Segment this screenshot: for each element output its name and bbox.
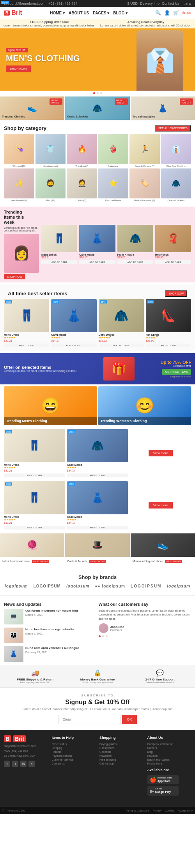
- category-item[interactable]: ⭐ Featured Items: [98, 168, 129, 202]
- footer-about-item[interactable]: Find a Store: [147, 762, 191, 765]
- see-all-categories-button[interactable]: SEE ALL CATEGORIES: [155, 125, 191, 132]
- footer-help-item[interactable]: Returns: [52, 751, 96, 753]
- add-to-cart-button[interactable]: ADD TO CART: [41, 260, 77, 264]
- bottom-banner-latest[interactable]: 🧶: [0, 533, 64, 557]
- category-item[interactable]: 🧔 Men (17): [35, 168, 66, 202]
- hero-shop-now-button[interactable]: SHOP NOW: [6, 66, 31, 72]
- twitter-icon[interactable]: t: [12, 761, 18, 767]
- add-to-cart-button[interactable]: ADD TO CART: [67, 473, 128, 477]
- testimonial-dot-1[interactable]: [99, 635, 101, 637]
- search-icon[interactable]: 🔍: [155, 10, 161, 16]
- brand-logo-2[interactable]: LOGOIPSUM: [34, 584, 61, 588]
- category-item[interactable]: 🏷️ Deal of the week (2): [129, 168, 160, 202]
- footer-help-item[interactable]: Contact us: [52, 762, 96, 765]
- category-item[interactable]: 🔥 Trending (4): [67, 134, 97, 167]
- testimonial-dot-3[interactable]: [106, 635, 108, 637]
- add-to-cart-button[interactable]: ADD TO CART: [4, 344, 49, 347]
- womens-product-image[interactable]: 👗 20%: [67, 481, 128, 514]
- footer-help-item[interactable]: Customer Service: [52, 758, 96, 761]
- trending-shop-now-button[interactable]: SHOP NOW: [4, 274, 25, 279]
- footer-help-item[interactable]: Order status: [52, 743, 96, 745]
- add-to-cart-button[interactable]: ADD TO CART: [67, 526, 128, 530]
- nav-about[interactable]: ABOUT US: [69, 11, 89, 15]
- sub-banner-coats[interactable]: 🧥 Coats & Jackets UP TO75% OFF: [65, 96, 129, 120]
- cart-icon[interactable]: 🛒: [173, 10, 179, 16]
- category-item[interactable]: 👔 Plus Size Clothing: [161, 134, 191, 167]
- footer-about-item[interactable]: Equity and Access: [147, 758, 191, 761]
- nav-blog[interactable]: BLOG ▾: [113, 11, 128, 15]
- cookies-link[interactable]: Cookies: [165, 809, 175, 812]
- footer-help-item[interactable]: Shipping: [52, 747, 96, 749]
- trending-mens-banner[interactable]: 😄 Trending Men's Clothing: [4, 386, 97, 425]
- trending-womens-banner[interactable]: 😊 Trending Women's Clothing: [98, 386, 191, 425]
- newsletter-submit-button[interactable]: OK: [122, 715, 136, 724]
- testimonial-dot-2[interactable]: [102, 635, 104, 637]
- category-item[interactable]: 👕 Uncategorized: [35, 134, 66, 167]
- product-image[interactable]: 👖: [41, 225, 77, 252]
- mens-product-image[interactable]: 🧥 20%: [67, 429, 128, 462]
- nav-pages[interactable]: PAGES ▾: [93, 11, 109, 15]
- footer-about-item[interactable]: Reviews: [147, 754, 191, 757]
- category-item[interactable]: 🤵 Suits (7): [67, 168, 97, 202]
- add-to-cart-button[interactable]: ADD TO CART: [155, 260, 191, 264]
- bestseller-image[interactable]: 👖 25%: [4, 299, 49, 332]
- app-store-button[interactable]: 🍎 Download on the App Store: [147, 775, 179, 785]
- product-image[interactable]: 👗: [79, 225, 115, 252]
- dot-1[interactable]: [93, 92, 95, 94]
- add-to-cart-button[interactable]: ADD TO CART: [99, 344, 144, 347]
- account-icon[interactable]: 👤: [164, 10, 170, 16]
- dot-2[interactable]: [97, 92, 99, 94]
- add-to-cart-button[interactable]: ADD TO CART: [79, 260, 115, 264]
- add-to-cart-button[interactable]: ADD TO CART: [4, 526, 65, 530]
- news-image[interactable]: 💻: [4, 609, 23, 624]
- category-item[interactable]: 🏃 Sport & Fitness (7): [129, 134, 160, 167]
- accessibility-link[interactable]: Accessibility: [178, 809, 193, 812]
- bottom-banner-coats[interactable]: 🎩: [65, 533, 129, 557]
- pinterest-icon[interactable]: p: [28, 761, 35, 767]
- footer-help-item[interactable]: Payment options: [52, 754, 96, 757]
- footer-shopping-item[interactable]: Gift cards: [99, 751, 144, 753]
- sub-banner-top-selling[interactable]: 👗 Top selling styles UP TO70% OFF: [131, 96, 195, 120]
- footer-shopping-item[interactable]: Newsletter: [99, 754, 144, 757]
- dot-3[interactable]: [100, 92, 102, 94]
- footer-about-item[interactable]: Blog: [147, 751, 191, 753]
- add-to-cart-button[interactable]: ADD TO CART: [146, 344, 191, 347]
- facebook-icon[interactable]: f: [4, 761, 10, 767]
- category-item[interactable]: 👙 Swimwear: [98, 134, 129, 167]
- footer-about-item[interactable]: Careers: [147, 747, 191, 749]
- mens-product-image[interactable]: 👖 25%: [4, 429, 65, 462]
- get-free-items-button[interactable]: GET FREE ITEMS: [162, 369, 191, 375]
- brand-logo-4[interactable]: ●● logoipsum: [95, 584, 125, 588]
- category-item[interactable]: ✨ New Arrivals (6): [4, 168, 34, 202]
- logo[interactable]: B Brit: [4, 9, 22, 16]
- bestseller-image[interactable]: 👗 20%: [51, 299, 96, 332]
- privacy-link[interactable]: Privacy: [153, 809, 162, 812]
- google-play-button[interactable]: ▶ Get it on Google Play: [147, 786, 179, 796]
- news-image[interactable]: 👗: [4, 646, 23, 662]
- brand-logo-1[interactable]: logoipsum: [5, 584, 28, 588]
- add-to-cart-button[interactable]: ADD TO CART: [51, 344, 96, 347]
- footer-shopping-item[interactable]: Gift services: [99, 747, 144, 749]
- bottom-banner-mens-shoes[interactable]: 👟: [131, 533, 195, 557]
- footer-shopping-item[interactable]: Free shipping: [99, 758, 144, 761]
- product-image[interactable]: 🧥: [117, 225, 153, 252]
- bestseller-image[interactable]: 🧥 15%: [99, 299, 144, 332]
- sub-banner-trending[interactable]: 👟 Trending Clothing UP TO70% OFF: [0, 96, 64, 120]
- newsletter-email-input[interactable]: [58, 715, 121, 724]
- best-seller-shop-now-button[interactable]: SHOP NOW: [165, 290, 187, 297]
- bestseller-image[interactable]: 👠 10%: [146, 299, 191, 332]
- footer-shopping-item[interactable]: Buying guides: [99, 743, 144, 745]
- offer-sub-btn[interactable]: Shop selected items: [161, 375, 191, 378]
- view-more-womens-button[interactable]: View more: [149, 502, 173, 509]
- brand-logo-3[interactable]: logoipsum: [66, 584, 90, 588]
- top-bar-link-contact[interactable]: Contact Us: [162, 2, 179, 5]
- womens-product-image[interactable]: 👖 25%: [4, 481, 65, 514]
- top-bar-link-delivery[interactable]: Delivery Info: [140, 2, 160, 5]
- category-item[interactable]: 👒 Women (20): [4, 134, 34, 167]
- brand-logo-6[interactable]: logoipsum: [167, 584, 190, 588]
- add-to-cart-button[interactable]: ADD TO CART: [4, 473, 65, 477]
- nav-home[interactable]: HOME ▾: [50, 11, 65, 15]
- linkedin-icon[interactable]: in: [20, 761, 27, 767]
- add-to-cart-button[interactable]: ADD TO CART: [117, 260, 153, 264]
- product-image[interactable]: 🧣: [155, 225, 191, 252]
